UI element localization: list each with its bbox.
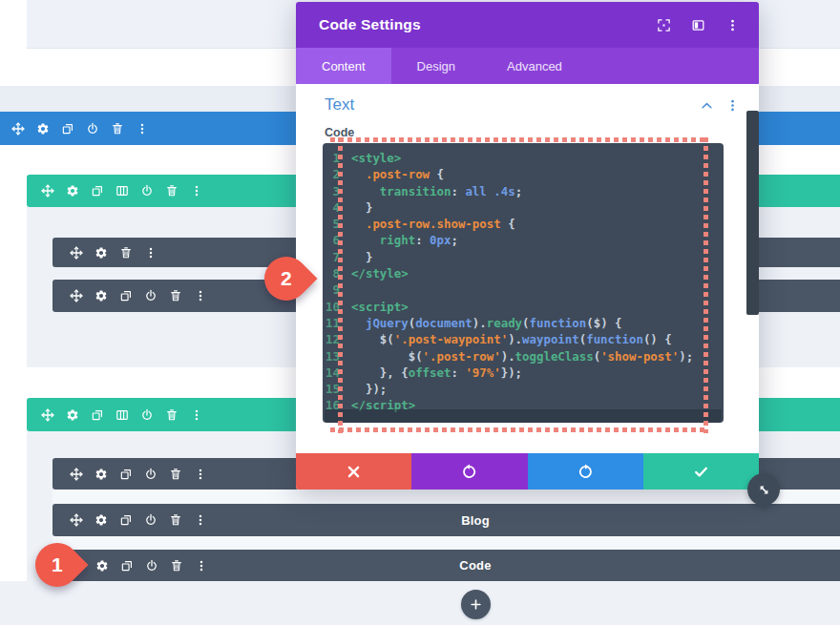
code-editor[interactable]: 1<style>2 .post-row {3 transition: all .… bbox=[323, 143, 724, 423]
dotted-border-right bbox=[704, 137, 708, 433]
power-icon[interactable] bbox=[144, 513, 158, 527]
trash-icon[interactable] bbox=[165, 184, 178, 198]
move-icon[interactable] bbox=[41, 184, 54, 198]
code-line: 3 transition: all .4s; bbox=[323, 183, 724, 199]
add-module-button[interactable] bbox=[461, 590, 491, 619]
code-line: 6 right: 0px; bbox=[323, 232, 724, 248]
trash-icon[interactable] bbox=[169, 289, 182, 302]
resize-diagonal-icon bbox=[756, 482, 772, 498]
text-section-header[interactable]: Text bbox=[296, 84, 759, 126]
module-gap bbox=[52, 536, 840, 550]
more-icon[interactable] bbox=[194, 289, 207, 302]
gear-icon[interactable] bbox=[94, 468, 108, 481]
divi-builder-canvas: Blog Code Code Settings ContentDesignAdv… bbox=[0, 0, 840, 625]
code-line: 1<style> bbox=[323, 150, 724, 166]
gear-icon[interactable] bbox=[66, 184, 79, 198]
code-line: 15 }); bbox=[323, 381, 724, 397]
cancel-button[interactable] bbox=[296, 453, 411, 490]
more-icon[interactable] bbox=[725, 18, 740, 32]
modal-header[interactable]: Code Settings bbox=[296, 2, 759, 48]
code-line: 12 $('.post-waypoint').waypoint(function… bbox=[323, 331, 724, 347]
move-icon[interactable] bbox=[70, 289, 83, 302]
power-icon[interactable] bbox=[144, 289, 158, 302]
plus-icon bbox=[469, 597, 483, 612]
gear-icon[interactable] bbox=[94, 289, 108, 302]
gear-icon[interactable] bbox=[95, 559, 109, 573]
section-title: Text bbox=[325, 95, 354, 115]
code-line: 8</style> bbox=[323, 265, 724, 281]
chevron-up-icon[interactable] bbox=[700, 98, 714, 113]
page-bottom-background bbox=[0, 581, 840, 625]
module-label-blog: Blog bbox=[461, 513, 490, 528]
power-icon[interactable] bbox=[86, 122, 99, 135]
columns-icon[interactable] bbox=[116, 184, 129, 198]
trash-icon[interactable] bbox=[119, 246, 133, 260]
annotation-marker-2-label: 2 bbox=[281, 267, 292, 290]
more-icon[interactable] bbox=[195, 559, 208, 573]
move-icon[interactable] bbox=[70, 468, 83, 481]
gear-icon[interactable] bbox=[94, 513, 108, 527]
code-line: 10<script> bbox=[323, 299, 724, 315]
trash-icon[interactable] bbox=[169, 513, 182, 527]
more-icon[interactable] bbox=[194, 513, 207, 527]
trash-icon[interactable] bbox=[170, 559, 183, 573]
power-icon[interactable] bbox=[144, 468, 158, 481]
modal-resize-handle[interactable] bbox=[747, 473, 780, 506]
gear-icon[interactable] bbox=[36, 122, 50, 135]
code-line: 13 $('.post-row').toggleClass('show-post… bbox=[323, 348, 724, 365]
dotted-border-bottom bbox=[330, 427, 704, 432]
module-toolbar-code: Code bbox=[52, 550, 840, 581]
redo-button[interactable] bbox=[528, 453, 643, 490]
code-line: 14 }, {offset: '97%'}); bbox=[323, 365, 724, 381]
duplicate-icon[interactable] bbox=[91, 184, 104, 198]
code-editor-wrap: 1<style>2 .post-row {3 transition: all .… bbox=[323, 143, 724, 423]
trash-icon[interactable] bbox=[169, 468, 182, 481]
gear-icon[interactable] bbox=[66, 408, 79, 422]
move-icon[interactable] bbox=[41, 408, 54, 422]
trash-icon[interactable] bbox=[165, 408, 178, 422]
editor-horizontal-scrollbar[interactable] bbox=[325, 409, 722, 423]
close-icon bbox=[346, 464, 362, 480]
more-icon[interactable] bbox=[194, 468, 207, 481]
tab-design[interactable]: Design bbox=[391, 48, 481, 84]
modal-footer bbox=[296, 453, 759, 490]
section-header-actions bbox=[700, 98, 740, 113]
modal-header-actions bbox=[657, 18, 740, 32]
duplicate-icon[interactable] bbox=[61, 122, 74, 135]
more-icon[interactable] bbox=[725, 98, 740, 113]
move-icon[interactable] bbox=[70, 246, 83, 260]
more-icon[interactable] bbox=[190, 184, 203, 198]
save-button[interactable] bbox=[643, 453, 759, 490]
code-line: 4 } bbox=[323, 199, 724, 216]
expand-icon[interactable] bbox=[657, 18, 671, 32]
power-icon[interactable] bbox=[140, 184, 154, 198]
more-icon[interactable] bbox=[190, 408, 203, 422]
more-icon[interactable] bbox=[144, 246, 158, 260]
modal-tabs: ContentDesignAdvanced bbox=[296, 48, 759, 84]
duplicate-icon[interactable] bbox=[91, 408, 104, 422]
split-icon[interactable] bbox=[691, 18, 705, 32]
duplicate-icon[interactable] bbox=[119, 513, 133, 527]
code-line: 11 jQuery(document).ready(function($) { bbox=[323, 315, 724, 331]
more-icon[interactable] bbox=[136, 122, 149, 135]
duplicate-icon[interactable] bbox=[119, 468, 133, 481]
duplicate-icon[interactable] bbox=[120, 559, 134, 573]
tab-advanced[interactable]: Advanced bbox=[481, 48, 588, 84]
dotted-border-left bbox=[338, 137, 343, 433]
tab-content[interactable]: Content bbox=[296, 48, 391, 84]
move-icon[interactable] bbox=[70, 513, 83, 527]
code-line: 9 bbox=[323, 281, 724, 298]
code-settings-modal: Code Settings ContentDesignAdvanced Text… bbox=[296, 2, 759, 490]
annotation-marker-1-label: 1 bbox=[52, 553, 63, 576]
power-icon[interactable] bbox=[145, 559, 158, 573]
undo-button[interactable] bbox=[411, 453, 527, 490]
duplicate-icon[interactable] bbox=[119, 289, 133, 302]
trash-icon[interactable] bbox=[111, 122, 124, 135]
columns-icon[interactable] bbox=[116, 408, 129, 422]
move-icon[interactable] bbox=[11, 122, 25, 135]
gear-icon[interactable] bbox=[94, 246, 108, 260]
modal-scrollbar[interactable] bbox=[746, 111, 759, 315]
module-toolbar-blog: Blog bbox=[52, 504, 840, 536]
redo-icon bbox=[578, 464, 594, 480]
power-icon[interactable] bbox=[140, 408, 154, 422]
